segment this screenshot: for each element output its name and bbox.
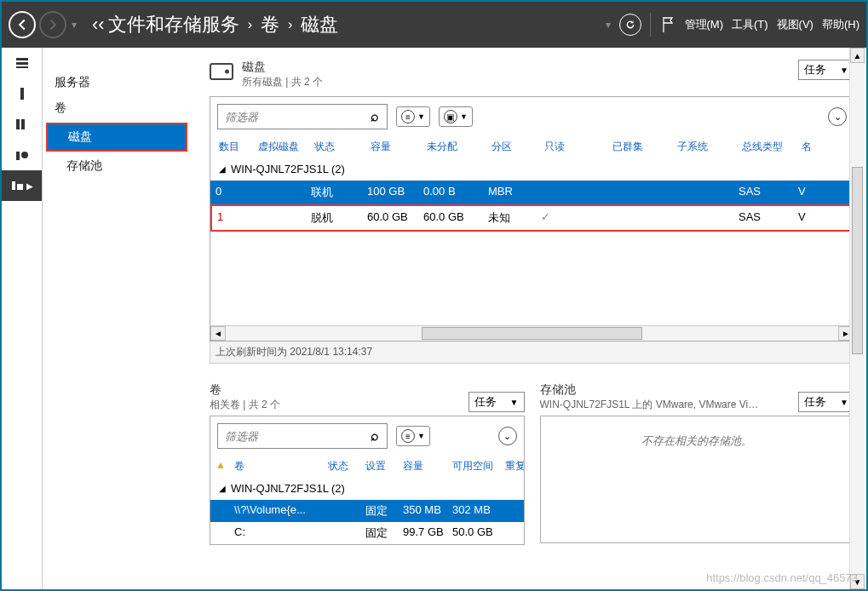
col-name[interactable]: 名 (796, 136, 850, 158)
vcol-volume[interactable]: 卷 (229, 456, 323, 477)
col-status[interactable]: 状态 (309, 136, 365, 158)
disks-filter-input[interactable] (218, 106, 363, 128)
col-clustered[interactable]: 已群集 (607, 136, 672, 158)
volumes-panel: 卷 相关卷 | 共 2 个 任务▼ ⌕ ≡▼ ⌄ ▲ (210, 382, 525, 545)
rail-dashboard-icon[interactable] (2, 48, 42, 78)
col-capacity[interactable]: 容量 (365, 136, 422, 158)
nav-disks[interactable]: 磁盘 (46, 123, 187, 152)
disk-row-0[interactable]: 0 联机 100 GB 0.00 B MBR SAS V (210, 181, 854, 204)
menu-manage[interactable]: 管理(M) (685, 17, 724, 32)
volume-row-0[interactable]: \\?\Volume{e... 固定 350 MB 302 MB (210, 500, 524, 522)
rail-all-servers-icon[interactable] (2, 109, 42, 140)
expand-toggle-icon[interactable]: ⌄ (498, 427, 517, 445)
scroll-thumb[interactable] (422, 327, 642, 340)
warning-icon: ▲ (216, 459, 226, 471)
disk-row-1[interactable]: 1 脱机 60.0 GB 60.0 GB 未知 ✓ SAS V (210, 204, 854, 232)
disks-panel-header: 磁盘 所有磁盘 | 共 2 个 任务▼ (210, 60, 854, 89)
disks-panel: ⌕ ≡▼ ▣▼ ⌄ 数目 虚拟磁盘 状态 容量 未分配 分区 只读 已群集 子系… (210, 96, 854, 341)
col-vdisk[interactable]: 虚拟磁盘 (253, 136, 309, 158)
svg-rect-0 (16, 58, 28, 60)
divider (650, 13, 651, 37)
vcol-setup[interactable]: 设置 (360, 456, 398, 477)
refresh-button[interactable] (619, 14, 641, 36)
disks-columns: 数目 虚拟磁盘 状态 容量 未分配 分区 只读 已群集 子系统 总线类型 名 (210, 136, 854, 158)
pools-panel: 存储池 WIN-QJNL72FJS1L 上的 VMware, VMware Vi… (540, 382, 855, 545)
volumes-subtitle: 相关卷 | 共 2 个 (210, 398, 280, 412)
disks-hscrollbar: ◄ ► (210, 325, 854, 341)
volumes-filter-input[interactable] (218, 426, 363, 447)
volume-row-1[interactable]: C: 固定 99.7 GB 50.0 GB (210, 522, 524, 544)
vcol-free[interactable]: 可用空间 (447, 456, 500, 477)
list-view-dropdown[interactable]: ≡▼ (396, 106, 430, 127)
volumes-title: 卷 (210, 382, 280, 398)
history-dropdown-icon[interactable]: ▾ (72, 19, 77, 31)
collapse-icon: ◢ (219, 164, 226, 174)
menu-help[interactable]: 帮助(H) (822, 17, 859, 32)
scroll-up-icon[interactable]: ▲ (850, 48, 865, 63)
disks-title: 磁盘 (242, 60, 323, 75)
breadcrumb-item-disks[interactable]: 磁盘 (301, 12, 338, 37)
volumes-tasks-dropdown[interactable]: 任务▼ (468, 392, 525, 412)
collapse-icon: ◢ (219, 484, 226, 493)
titlebar: ▾ ‹‹ 文件和存储服务 › 卷 › 磁盘 ▾ 管理(M) 工具(T) 视图(V… (2, 2, 866, 48)
disk-icon (210, 63, 233, 80)
notifications-flag-icon[interactable] (659, 16, 676, 33)
vcol-capacity[interactable]: 容量 (398, 456, 447, 477)
scroll-down-icon[interactable]: ▼ (850, 574, 865, 589)
menu-tools[interactable]: 工具(T) (732, 17, 768, 32)
vcol-status[interactable]: 状态 (323, 456, 360, 477)
breadcrumb: ‹‹ 文件和存储服务 › 卷 › 磁盘 (92, 12, 338, 37)
col-partition[interactable]: 分区 (486, 136, 539, 158)
search-icon[interactable]: ⌕ (363, 424, 387, 448)
search-icon[interactable]: ⌕ (363, 105, 387, 129)
content-area: 磁盘 所有磁盘 | 共 2 个 任务▼ ⌕ ≡▼ ▣▼ ⌄ 数目 虚拟磁盘 状态… (191, 48, 866, 589)
disk-group-row[interactable]: ◢ WIN-QJNL72FJS1L (2) (210, 158, 854, 181)
col-number[interactable]: 数目 (214, 136, 253, 158)
list-view-dropdown[interactable]: ≡▼ (396, 426, 430, 446)
col-unallocated[interactable]: 未分配 (422, 136, 486, 158)
col-readonly[interactable]: 只读 (539, 136, 607, 158)
disks-statusbar: 上次刷新时间为 2021/8/1 13:14:37 (210, 341, 854, 364)
svg-rect-3 (20, 88, 24, 100)
rail-file-storage-icon[interactable]: ▶ (2, 170, 42, 201)
svg-rect-1 (16, 62, 28, 65)
pools-subtitle: WIN-QJNL72FJS1L 上的 VMware, VMware Virt..… (540, 398, 762, 412)
volumes-filter: ⌕ (217, 423, 388, 449)
back-button[interactable] (9, 11, 36, 38)
rail-item-icon[interactable] (2, 140, 42, 170)
svg-rect-9 (17, 184, 23, 190)
nav-servers[interactable]: 服务器 (43, 70, 191, 95)
content-vscrollbar: ▲ ▼ (849, 48, 865, 589)
nav-volumes[interactable]: 卷 (43, 95, 191, 121)
breadcrumb-sep: › (288, 17, 292, 32)
svg-rect-4 (16, 119, 20, 129)
breadcrumb-item-files[interactable]: 文件和存储服务 (108, 12, 239, 37)
disks-filter: ⌕ (217, 104, 388, 129)
rail-local-server-icon[interactable] (2, 78, 42, 109)
nav-storage-pools[interactable]: 存储池 (43, 153, 191, 179)
pools-empty-message: 不存在相关的存储池。 (541, 416, 854, 466)
vcol-dedup[interactable]: 重复数 (500, 456, 524, 477)
menu-view[interactable]: 视图(V) (777, 17, 813, 32)
scroll-left-icon[interactable]: ◄ (210, 326, 226, 341)
pools-tasks-dropdown[interactable]: 任务▼ (798, 392, 854, 412)
breadcrumb-item-volumes[interactable]: 卷 (261, 12, 279, 37)
breadcrumb-prefix[interactable]: ‹‹ (92, 14, 105, 36)
disks-subtitle: 所有磁盘 | 共 2 个 (242, 75, 323, 89)
icon-rail: ▶ (2, 48, 43, 589)
scroll-track[interactable] (226, 326, 838, 341)
disks-toolbar: ⌕ ≡▼ ▣▼ ⌄ (210, 97, 854, 136)
col-subsystem[interactable]: 子系统 (672, 136, 737, 158)
col-bustype[interactable]: 总线类型 (737, 136, 796, 158)
svg-rect-5 (21, 119, 25, 129)
svg-rect-6 (16, 152, 20, 160)
pools-title: 存储池 (540, 382, 762, 398)
expand-toggle-icon[interactable]: ⌄ (828, 107, 847, 126)
save-view-dropdown[interactable]: ▣▼ (439, 106, 473, 127)
breadcrumb-dropdown-icon[interactable]: ▾ (606, 19, 611, 31)
disks-tasks-dropdown[interactable]: 任务▼ (798, 60, 854, 80)
vscroll-thumb[interactable] (852, 167, 863, 354)
volume-group-row[interactable]: ◢ WIN-QJNL72FJS1L (2) (210, 477, 524, 500)
breadcrumb-sep: › (248, 17, 252, 32)
forward-button[interactable] (39, 11, 66, 38)
